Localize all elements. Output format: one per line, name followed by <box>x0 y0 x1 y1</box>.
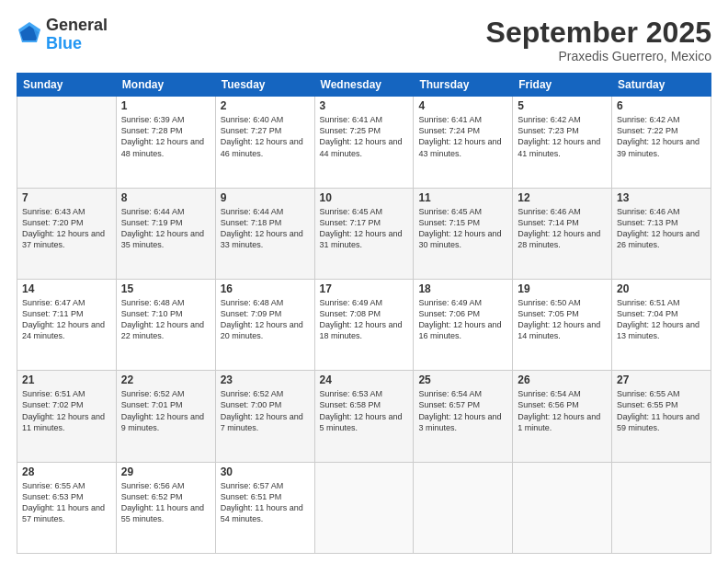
day-info: Sunrise: 6:42 AMSunset: 7:22 PMDaylight:… <box>617 114 706 159</box>
day-number: 6 <box>617 99 706 112</box>
day-info: Sunrise: 6:45 AMSunset: 7:15 PMDaylight:… <box>418 206 507 251</box>
col-header-thursday: Thursday <box>414 74 513 97</box>
day-info: Sunrise: 6:55 AMSunset: 6:53 PMDaylight:… <box>22 480 111 525</box>
col-header-sunday: Sunday <box>17 74 117 97</box>
day-info: Sunrise: 6:48 AMSunset: 7:10 PMDaylight:… <box>121 297 210 342</box>
day-info: Sunrise: 6:43 AMSunset: 7:20 PMDaylight:… <box>22 206 111 251</box>
day-cell: 6Sunrise: 6:42 AMSunset: 7:22 PMDaylight… <box>612 97 711 188</box>
day-number: 19 <box>518 282 607 295</box>
day-number: 1 <box>121 99 210 112</box>
day-number: 11 <box>418 191 507 204</box>
day-cell: 9Sunrise: 6:44 AMSunset: 7:18 PMDaylight… <box>215 188 314 279</box>
day-info: Sunrise: 6:50 AMSunset: 7:05 PMDaylight:… <box>518 297 607 342</box>
header: General Blue September 2025 Praxedis Gue… <box>17 17 711 63</box>
day-info: Sunrise: 6:51 AMSunset: 7:02 PMDaylight:… <box>22 388 111 433</box>
day-cell: 29Sunrise: 6:56 AMSunset: 6:52 PMDayligh… <box>116 462 215 553</box>
week-row-1: 1Sunrise: 6:39 AMSunset: 7:28 PMDaylight… <box>17 97 711 188</box>
day-info: Sunrise: 6:41 AMSunset: 7:25 PMDaylight:… <box>320 114 409 159</box>
col-header-monday: Monday <box>116 74 215 97</box>
day-cell: 15Sunrise: 6:48 AMSunset: 7:10 PMDayligh… <box>116 279 215 370</box>
day-info: Sunrise: 6:52 AMSunset: 7:00 PMDaylight:… <box>221 388 310 433</box>
day-info: Sunrise: 6:51 AMSunset: 7:04 PMDaylight:… <box>617 297 706 342</box>
day-number: 5 <box>518 99 607 112</box>
day-info: Sunrise: 6:46 AMSunset: 7:14 PMDaylight:… <box>518 206 607 251</box>
day-cell: 28Sunrise: 6:55 AMSunset: 6:53 PMDayligh… <box>17 462 117 553</box>
day-info: Sunrise: 6:54 AMSunset: 6:57 PMDaylight:… <box>418 388 507 433</box>
logo-text: General Blue <box>46 17 108 53</box>
day-number: 10 <box>320 191 409 204</box>
day-cell: 1Sunrise: 6:39 AMSunset: 7:28 PMDaylight… <box>116 97 215 188</box>
day-info: Sunrise: 6:41 AMSunset: 7:24 PMDaylight:… <box>418 114 507 159</box>
day-number: 23 <box>221 373 310 386</box>
day-info: Sunrise: 6:40 AMSunset: 7:27 PMDaylight:… <box>221 114 310 159</box>
day-cell: 19Sunrise: 6:50 AMSunset: 7:05 PMDayligh… <box>513 279 612 370</box>
location: Praxedis Guerrero, Mexico <box>486 49 711 63</box>
day-cell: 2Sunrise: 6:40 AMSunset: 7:27 PMDaylight… <box>215 97 314 188</box>
day-number: 9 <box>221 191 310 204</box>
day-info: Sunrise: 6:53 AMSunset: 6:58 PMDaylight:… <box>320 388 409 433</box>
day-cell: 21Sunrise: 6:51 AMSunset: 7:02 PMDayligh… <box>17 371 117 462</box>
logo-blue-text: Blue <box>46 35 108 53</box>
col-header-friday: Friday <box>513 74 612 97</box>
week-row-5: 28Sunrise: 6:55 AMSunset: 6:53 PMDayligh… <box>17 462 711 553</box>
col-header-saturday: Saturday <box>612 74 711 97</box>
day-info: Sunrise: 6:39 AMSunset: 7:28 PMDaylight:… <box>121 114 210 159</box>
day-cell: 8Sunrise: 6:44 AMSunset: 7:19 PMDaylight… <box>116 188 215 279</box>
col-header-wednesday: Wednesday <box>314 74 414 97</box>
col-header-tuesday: Tuesday <box>215 74 314 97</box>
logo-icon <box>17 20 42 46</box>
day-number: 29 <box>121 465 210 478</box>
logo: General Blue <box>17 17 108 53</box>
day-info: Sunrise: 6:46 AMSunset: 7:13 PMDaylight:… <box>617 206 706 251</box>
day-cell: 5Sunrise: 6:42 AMSunset: 7:23 PMDaylight… <box>513 97 612 188</box>
day-number: 18 <box>418 282 507 295</box>
day-info: Sunrise: 6:55 AMSunset: 6:55 PMDaylight:… <box>617 388 706 433</box>
week-row-4: 21Sunrise: 6:51 AMSunset: 7:02 PMDayligh… <box>17 371 711 462</box>
day-cell <box>17 97 117 188</box>
day-cell: 25Sunrise: 6:54 AMSunset: 6:57 PMDayligh… <box>414 371 513 462</box>
month-title: September 2025 <box>486 17 711 49</box>
day-number: 24 <box>320 373 409 386</box>
day-cell: 7Sunrise: 6:43 AMSunset: 7:20 PMDaylight… <box>17 188 117 279</box>
day-number: 20 <box>617 282 706 295</box>
day-cell: 3Sunrise: 6:41 AMSunset: 7:25 PMDaylight… <box>314 97 414 188</box>
day-cell: 10Sunrise: 6:45 AMSunset: 7:17 PMDayligh… <box>314 188 414 279</box>
day-info: Sunrise: 6:52 AMSunset: 7:01 PMDaylight:… <box>121 388 210 433</box>
title-block: September 2025 Praxedis Guerrero, Mexico <box>486 17 711 63</box>
day-cell: 14Sunrise: 6:47 AMSunset: 7:11 PMDayligh… <box>17 279 117 370</box>
day-number: 14 <box>22 282 111 295</box>
week-row-2: 7Sunrise: 6:43 AMSunset: 7:20 PMDaylight… <box>17 188 711 279</box>
day-cell: 27Sunrise: 6:55 AMSunset: 6:55 PMDayligh… <box>612 371 711 462</box>
day-info: Sunrise: 6:57 AMSunset: 6:51 PMDaylight:… <box>221 480 310 525</box>
day-cell: 16Sunrise: 6:48 AMSunset: 7:09 PMDayligh… <box>215 279 314 370</box>
day-number: 2 <box>221 99 310 112</box>
day-info: Sunrise: 6:42 AMSunset: 7:23 PMDaylight:… <box>518 114 607 159</box>
header-row: SundayMondayTuesdayWednesdayThursdayFrid… <box>17 74 711 97</box>
day-info: Sunrise: 6:48 AMSunset: 7:09 PMDaylight:… <box>221 297 310 342</box>
day-number: 16 <box>221 282 310 295</box>
day-number: 12 <box>518 191 607 204</box>
day-number: 13 <box>617 191 706 204</box>
day-cell: 30Sunrise: 6:57 AMSunset: 6:51 PMDayligh… <box>215 462 314 553</box>
day-cell <box>513 462 612 553</box>
day-number: 15 <box>121 282 210 295</box>
day-number: 27 <box>617 373 706 386</box>
day-number: 26 <box>518 373 607 386</box>
week-row-3: 14Sunrise: 6:47 AMSunset: 7:11 PMDayligh… <box>17 279 711 370</box>
day-number: 8 <box>121 191 210 204</box>
day-cell: 4Sunrise: 6:41 AMSunset: 7:24 PMDaylight… <box>414 97 513 188</box>
day-number: 3 <box>320 99 409 112</box>
day-number: 30 <box>221 465 310 478</box>
day-cell: 23Sunrise: 6:52 AMSunset: 7:00 PMDayligh… <box>215 371 314 462</box>
day-cell <box>414 462 513 553</box>
day-cell: 13Sunrise: 6:46 AMSunset: 7:13 PMDayligh… <box>612 188 711 279</box>
day-number: 22 <box>121 373 210 386</box>
day-cell: 24Sunrise: 6:53 AMSunset: 6:58 PMDayligh… <box>314 371 414 462</box>
day-number: 17 <box>320 282 409 295</box>
day-number: 4 <box>418 99 507 112</box>
day-cell <box>314 462 414 553</box>
day-info: Sunrise: 6:49 AMSunset: 7:08 PMDaylight:… <box>320 297 409 342</box>
calendar-table: SundayMondayTuesdayWednesdayThursdayFrid… <box>17 73 711 554</box>
day-cell: 17Sunrise: 6:49 AMSunset: 7:08 PMDayligh… <box>314 279 414 370</box>
day-cell: 22Sunrise: 6:52 AMSunset: 7:01 PMDayligh… <box>116 371 215 462</box>
